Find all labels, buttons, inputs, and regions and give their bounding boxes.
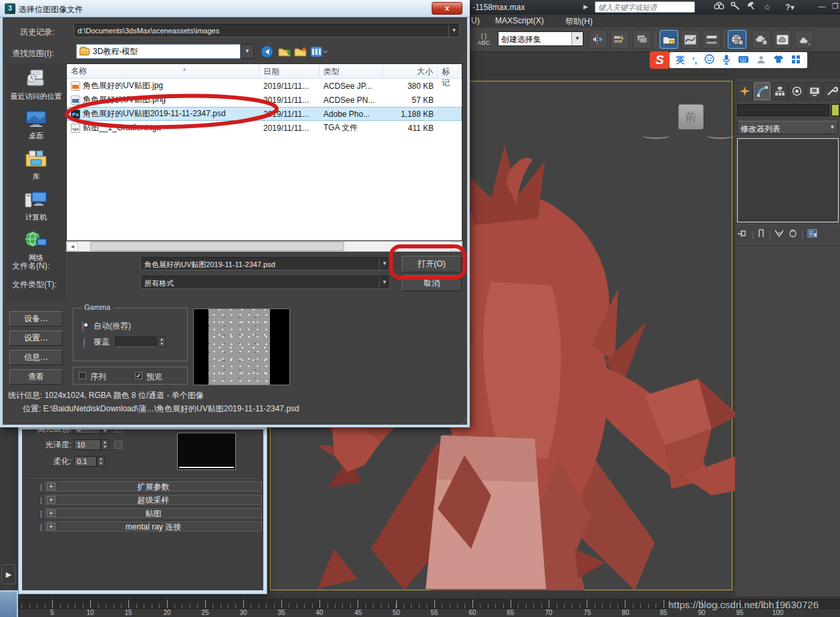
sogou-logo-icon[interactable]: S (650, 51, 670, 69)
object-color-swatch[interactable] (831, 104, 839, 116)
restore-button[interactable]: ❐ (830, 2, 840, 11)
close-button[interactable]: x (432, 2, 462, 15)
wrench-key-icon[interactable] (728, 1, 742, 13)
sogou-keyboard-icon[interactable] (738, 55, 749, 65)
binoculars-search-icon[interactable] (712, 1, 726, 13)
sidebar-item-libraries[interactable]: 库 (7, 149, 65, 182)
rollout-mental-ray[interactable]: + mental ray 连接 [] (45, 522, 262, 532)
combo-arrow-icon[interactable]: ▼ (379, 276, 390, 288)
render-teapot-icon[interactable] (795, 30, 813, 49)
rendered-frame-window-icon[interactable] (752, 30, 771, 49)
make-unique-icon[interactable] (775, 229, 785, 240)
sequence-checkbox[interactable] (79, 372, 86, 379)
tab-modify-icon[interactable] (754, 82, 771, 100)
file-row-psd-selected[interactable]: Ps角色展好的UV贴图2019-11-11-2347.psd 2019/11/1… (67, 107, 462, 121)
look-in-dropdown[interactable]: 3D教程-模型 (76, 44, 241, 59)
combo-arrow-icon[interactable]: ▼ (448, 25, 459, 37)
modifier-stack-list[interactable] (737, 138, 839, 222)
scrollbar-thumb[interactable] (90, 242, 344, 251)
curve-editor-icon[interactable] (681, 30, 700, 49)
glossiness-input[interactable]: 10 (74, 439, 101, 450)
communication-satellite-icon[interactable] (744, 1, 758, 13)
sogou-toolbox-grid-icon[interactable] (791, 55, 801, 66)
file-name-input[interactable]: 角色展好的UV贴图2019-11-11-2347.psd ▼ (140, 257, 390, 270)
help-icon[interactable]: ?▾ (783, 1, 797, 13)
devices-button[interactable]: 设备… (9, 311, 63, 327)
menu-maxscript[interactable]: MAXScript(X) (495, 16, 544, 25)
spinner-icon[interactable]: ▲▼ (97, 456, 105, 467)
spinner-icon[interactable]: ▲▼ (158, 337, 166, 347)
favorites-star-icon[interactable]: ☆ (760, 1, 774, 13)
remove-modifier-icon[interactable] (789, 229, 797, 240)
sogou-punctuation-toggle[interactable]: ’, (692, 55, 697, 65)
expand-plus-icon[interactable]: + (47, 483, 55, 490)
minimize-button[interactable]: — (817, 2, 827, 11)
column-header-tag[interactable]: 标记 (438, 64, 462, 78)
flyout-arrow-button[interactable]: ▶ (1, 564, 16, 584)
align-tool-icon[interactable] (610, 30, 629, 49)
tab-display-icon[interactable] (806, 82, 823, 100)
map-toggle-checkbox[interactable] (114, 441, 122, 449)
spinner-icon[interactable]: ▲▼ (101, 429, 109, 434)
spinner-icon[interactable]: ▲▼ (101, 439, 109, 450)
specular-level-input[interactable]: 0 (74, 429, 101, 434)
sogou-account-icon[interactable] (756, 55, 766, 66)
setup-button[interactable]: 设置… (9, 331, 63, 346)
look-in-arrow-button[interactable]: ▼ (241, 44, 254, 59)
schematic-view-icon[interactable] (702, 30, 721, 49)
tab-motion-icon[interactable] (789, 82, 805, 100)
soften-input[interactable]: 0.1 (74, 456, 97, 467)
show-end-result-icon[interactable] (758, 229, 764, 240)
sidebar-item-computer[interactable]: 计算机 (7, 190, 65, 222)
sogou-voice-mic-icon[interactable] (722, 54, 730, 67)
expand-plus-icon[interactable]: + (47, 496, 55, 503)
tab-hierarchy-icon[interactable] (771, 82, 788, 100)
named-selection-set-combo[interactable]: 创建选择集 ▼ (498, 31, 583, 46)
gamma-auto-radio[interactable] (82, 321, 84, 332)
rollout-supersampling[interactable]: + 超级采样 [] (45, 495, 262, 505)
dialog-titlebar[interactable]: 3 选择位图图像文件 x (0, 0, 470, 17)
gamma-override-radio[interactable] (84, 337, 85, 348)
pin-stack-icon[interactable] (737, 229, 748, 240)
menu-customize-partial[interactable]: U) (471, 16, 480, 25)
view-button[interactable]: 查看 (9, 369, 63, 385)
configure-modifier-sets-icon[interactable] (807, 229, 817, 240)
sogou-skin-shirt-icon[interactable] (773, 55, 784, 65)
rollout-maps[interactable]: + 贴图 [] (45, 508, 262, 518)
combo-arrow-icon[interactable]: ▼ (571, 32, 583, 45)
preview-checkbox[interactable]: ✓ (135, 372, 142, 379)
map-toggle-checkbox[interactable] (114, 429, 122, 433)
file-type-dropdown[interactable]: 所有格式 ▼ (140, 276, 390, 289)
info-button[interactable]: 信息… (9, 350, 63, 365)
file-row-tga[interactable]: tga贴图__1_Gradient.tga 2019/11/11... TGA … (67, 121, 462, 135)
resize-grip[interactable]: ⋰ (461, 417, 469, 425)
scroll-left-arrow[interactable]: ◄ (67, 242, 78, 251)
sogou-language-toggle[interactable]: 英 (676, 54, 685, 66)
scroll-right-arrow[interactable]: ► (450, 242, 462, 251)
render-setup-icon[interactable] (728, 30, 746, 49)
column-header-date[interactable]: 日期 (259, 64, 319, 78)
object-name-field[interactable] (737, 104, 829, 116)
file-row-png[interactable]: 角色展好的UV贴图.png 2019/11/11... ACDSee PN...… (67, 93, 462, 107)
sidebar-item-desktop[interactable]: 桌面 (7, 110, 65, 141)
tab-utilities-icon[interactable] (823, 82, 840, 100)
open-explorer-icon[interactable] (660, 30, 678, 49)
history-dropdown[interactable]: d:\Documents\3dsMax\sceneassets\images ▼ (74, 24, 460, 37)
horizontal-scrollbar[interactable]: ◄ ► (66, 241, 462, 252)
combo-arrow-icon[interactable]: ▼ (379, 258, 390, 270)
open-button[interactable]: 打开(O) (402, 256, 462, 272)
modifier-list-dropdown[interactable]: 修改器列表 ▼ (737, 121, 838, 134)
sogou-emoji-icon[interactable] (704, 54, 714, 66)
expand-plus-icon[interactable]: + (47, 523, 55, 530)
menu-help[interactable]: 帮助(H) (565, 16, 593, 27)
titlebar-flyout-arrow-icon[interactable]: ▶ (583, 3, 588, 10)
gamma-override-input[interactable] (115, 337, 156, 347)
keyboard-shortcut-override-icon[interactable]: { }ABC (474, 30, 494, 49)
new-folder-icon[interactable] (294, 46, 307, 59)
file-row-jpg[interactable]: 角色展好的UV贴图.jpg 2019/11/11... ACDSee JP...… (67, 79, 462, 93)
max-search-input[interactable] (595, 1, 695, 13)
column-header-size[interactable]: 大小 (383, 64, 438, 78)
up-one-level-icon[interactable] (278, 46, 291, 59)
render-production-icon[interactable] (773, 30, 792, 49)
back-button-icon[interactable] (261, 45, 273, 60)
